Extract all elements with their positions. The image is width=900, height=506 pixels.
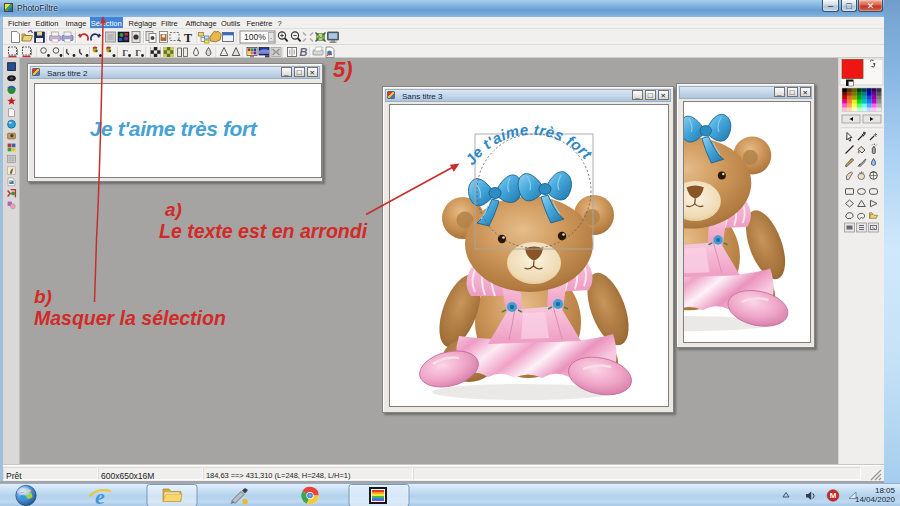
svg-text:e: e — [95, 484, 105, 506]
svg-text:Γ: Γ — [122, 48, 128, 58]
svg-text:M: M — [830, 491, 837, 500]
svg-text:Je t'aime très fort: Je t'aime très fort — [462, 121, 597, 168]
svg-text:-: - — [270, 35, 272, 41]
svg-text:100%: 100% — [244, 32, 266, 42]
svg-text:B: B — [300, 46, 308, 58]
svg-text:T: T — [184, 31, 192, 45]
svg-text:Γ: Γ — [135, 48, 141, 58]
